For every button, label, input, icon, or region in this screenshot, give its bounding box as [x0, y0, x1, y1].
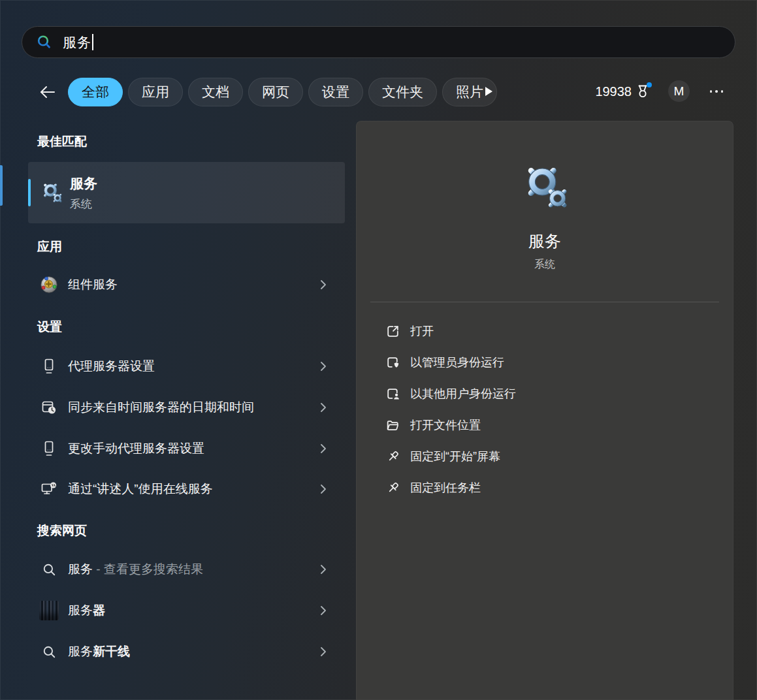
filter-tabs: 全部 应用 文档 网页 设置 文件夹 照片 — [68, 77, 497, 106]
narrator-monitor-icon — [39, 481, 59, 498]
tab-web[interactable]: 网页 — [248, 78, 303, 106]
left-edge-accent — [0, 165, 3, 206]
search-input[interactable]: 服务 — [63, 33, 91, 52]
chevron-right-icon — [321, 606, 327, 615]
open-external-icon — [385, 324, 400, 339]
result-time-sync[interactable]: 同步来自时间服务器的日期和时间 — [28, 390, 345, 424]
ellipsis-icon — [710, 90, 713, 93]
calendar-clock-icon — [39, 399, 59, 416]
pin-icon — [385, 449, 400, 464]
preview-title: 服务 — [356, 231, 733, 252]
action-label: 打开文件位置 — [410, 417, 481, 433]
result-label: 组件服务 — [68, 276, 118, 293]
account-avatar[interactable]: M — [668, 80, 690, 102]
result-component-services[interactable]: 组件服务 — [28, 268, 345, 302]
action-label: 以管理员身份运行 — [410, 355, 504, 370]
search-icon — [39, 644, 59, 659]
text-caret — [92, 34, 93, 50]
chevron-right-icon — [321, 444, 327, 453]
action-run-as-other-user[interactable]: 以其他用户身份运行 — [372, 378, 718, 409]
selection-accent-bar — [28, 179, 31, 206]
run-as-other-user-icon — [385, 387, 400, 402]
services-gears-icon-large — [517, 159, 573, 215]
rewards-medal-icon — [634, 83, 652, 101]
result-web-shinkansen[interactable]: 服务新干线 — [28, 635, 345, 669]
proxy-server-icon — [39, 440, 59, 457]
tab-all[interactable]: 全部 — [68, 78, 123, 106]
best-match-subtitle: 系统 — [70, 197, 97, 212]
proxy-server-icon — [39, 358, 59, 375]
best-match-result-services[interactable]: 服务 系统 — [28, 162, 345, 223]
tab-folders[interactable]: 文件夹 — [368, 78, 437, 106]
run-as-admin-icon — [385, 355, 400, 370]
chevron-right-icon — [321, 362, 327, 371]
result-proxy-settings[interactable]: 代理服务器设置 — [28, 349, 345, 383]
search-box[interactable]: 服务 — [22, 26, 735, 58]
action-pin-to-start[interactable]: 固定到“开始”屏幕 — [372, 441, 718, 472]
play-icon — [485, 86, 493, 97]
result-label: 更改手动代理服务器设置 — [68, 440, 204, 457]
result-narrator-online[interactable]: 通过“讲述人”使用在线服务 — [28, 472, 345, 506]
preview-subtitle: 系统 — [356, 258, 733, 272]
action-run-as-admin[interactable]: 以管理员身份运行 — [372, 347, 718, 378]
result-label: 通过“讲述人”使用在线服务 — [68, 481, 213, 498]
action-pin-to-taskbar[interactable]: 固定到任务栏 — [372, 472, 718, 503]
preview-panel: 服务 系统 打开 以管理员身份运行 以其他用户身份运行 — [356, 121, 733, 700]
result-web-search-more[interactable]: 服务 - 查看更多搜索结果 — [28, 552, 345, 586]
section-header-best-match: 最佳匹配 — [37, 133, 87, 150]
more-filters-button[interactable] — [481, 84, 496, 99]
result-manual-proxy[interactable]: 更改手动代理服务器设置 — [28, 432, 345, 466]
chevron-right-icon — [321, 485, 327, 494]
avatar-initial: M — [674, 84, 685, 99]
action-open-file-location[interactable]: 打开文件位置 — [372, 409, 718, 441]
action-open[interactable]: 打开 — [372, 315, 718, 347]
tab-documents[interactable]: 文档 — [188, 78, 243, 106]
search-icon — [36, 34, 53, 51]
result-label: 代理服务器设置 — [68, 358, 155, 375]
best-match-title: 服务 — [70, 174, 97, 193]
rewards-notification-dot — [647, 82, 652, 88]
result-label: 服务 - 查看更多搜索结果 — [68, 561, 203, 578]
tab-settings[interactable]: 设置 — [308, 78, 363, 106]
divider — [370, 302, 719, 302]
section-header-apps: 应用 — [37, 238, 62, 255]
result-label: 服务新干线 — [68, 643, 130, 660]
action-label: 以其他用户身份运行 — [410, 386, 516, 402]
folder-icon — [385, 418, 400, 433]
chevron-right-icon — [321, 403, 327, 412]
chevron-right-icon — [321, 280, 327, 289]
section-header-settings: 设置 — [37, 319, 62, 336]
options-menu-button[interactable] — [705, 86, 728, 97]
tab-apps[interactable]: 应用 — [128, 78, 183, 106]
server-thumbnail — [39, 601, 59, 620]
services-gears-icon — [39, 180, 65, 206]
chevron-right-icon — [321, 647, 327, 656]
action-label: 固定到“开始”屏幕 — [410, 449, 500, 464]
action-label: 打开 — [410, 323, 434, 339]
search-icon — [39, 562, 59, 577]
section-header-web: 搜索网页 — [37, 522, 87, 539]
result-label: 服务器 — [68, 602, 105, 619]
back-arrow-icon — [39, 85, 57, 99]
rewards-counter[interactable]: 19938 — [575, 81, 652, 103]
result-label: 同步来自时间服务器的日期和时间 — [68, 399, 254, 416]
chevron-right-icon — [321, 565, 327, 574]
pin-icon — [385, 481, 400, 496]
rewards-points: 19938 — [595, 84, 632, 99]
component-services-icon — [39, 275, 59, 294]
result-web-server[interactable]: 服务器 — [28, 594, 345, 628]
back-button[interactable] — [37, 82, 59, 102]
action-label: 固定到任务栏 — [410, 480, 481, 496]
